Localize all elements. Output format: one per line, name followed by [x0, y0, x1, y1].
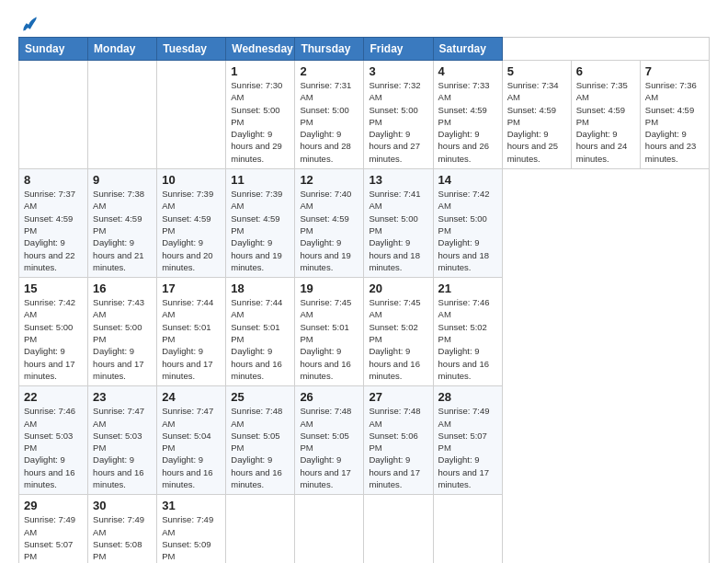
calendar-cell: 30Sunrise: 7:49 AMSunset: 5:08 PMDayligh… [88, 495, 157, 563]
calendar-cell: 22Sunrise: 7:46 AMSunset: 5:03 PMDayligh… [19, 386, 88, 495]
day-info: Sunrise: 7:48 AMSunset: 5:05 PMDaylight:… [300, 406, 351, 489]
calendar-table: SundayMondayTuesdayWednesdayThursdayFrid… [18, 37, 710, 563]
day-number: 10 [162, 173, 221, 187]
day-info: Sunrise: 7:49 AMSunset: 5:07 PMDaylight:… [438, 406, 490, 489]
day-info: Sunrise: 7:38 AMSunset: 4:59 PMDaylight:… [93, 189, 144, 272]
day-info: Sunrise: 7:32 AMSunset: 5:00 PMDaylight:… [369, 80, 420, 164]
calendar-header-tuesday: Tuesday [157, 38, 226, 61]
calendar-cell [88, 61, 157, 169]
calendar-cell: 8Sunrise: 7:37 AMSunset: 4:59 PMDaylight… [19, 169, 88, 278]
calendar-cell: 21Sunrise: 7:46 AMSunset: 5:02 PMDayligh… [433, 278, 502, 386]
calendar-header-row: SundayMondayTuesdayWednesdayThursdayFrid… [19, 38, 710, 61]
calendar-cell [433, 495, 502, 563]
day-number: 2 [300, 64, 358, 78]
day-number: 16 [93, 282, 152, 295]
calendar-cell: 10Sunrise: 7:39 AMSunset: 4:59 PMDayligh… [157, 169, 226, 278]
day-number: 27 [369, 390, 427, 404]
calendar-cell: 6Sunrise: 7:35 AMSunset: 4:59 PMDaylight… [571, 61, 640, 169]
day-info: Sunrise: 7:44 AMSunset: 5:01 PMDaylight:… [162, 297, 213, 381]
day-info: Sunrise: 7:49 AMSunset: 5:08 PMDaylight:… [93, 514, 144, 563]
calendar-cell: 20Sunrise: 7:45 AMSunset: 5:02 PMDayligh… [364, 278, 433, 386]
day-number: 29 [24, 499, 83, 512]
calendar-cell: 13Sunrise: 7:41 AMSunset: 5:00 PMDayligh… [364, 169, 433, 278]
calendar-header-monday: Monday [88, 38, 157, 61]
calendar-cell: 7Sunrise: 7:36 AMSunset: 4:59 PMDaylight… [640, 61, 709, 169]
calendar-header-wednesday: Wednesday [226, 38, 295, 61]
calendar-cell: 16Sunrise: 7:43 AMSunset: 5:00 PMDayligh… [88, 278, 157, 386]
calendar-header-friday: Friday [364, 38, 433, 61]
day-info: Sunrise: 7:42 AMSunset: 5:00 PMDaylight:… [24, 297, 75, 381]
logo [18, 15, 39, 33]
day-info: Sunrise: 7:46 AMSunset: 5:02 PMDaylight:… [438, 297, 490, 381]
day-number: 30 [93, 499, 152, 512]
calendar-week-row: 8Sunrise: 7:37 AMSunset: 4:59 PMDaylight… [19, 169, 710, 278]
day-number: 21 [438, 282, 497, 295]
day-info: Sunrise: 7:42 AMSunset: 5:00 PMDaylight:… [438, 189, 490, 272]
day-info: Sunrise: 7:40 AMSunset: 4:59 PMDaylight:… [300, 189, 351, 272]
day-info: Sunrise: 7:48 AMSunset: 5:06 PMDaylight:… [369, 406, 420, 489]
day-number: 3 [369, 64, 427, 78]
calendar-cell [295, 495, 364, 563]
calendar-cell: 26Sunrise: 7:48 AMSunset: 5:05 PMDayligh… [295, 386, 364, 495]
day-info: Sunrise: 7:30 AMSunset: 5:00 PMDaylight:… [231, 80, 282, 164]
day-info: Sunrise: 7:45 AMSunset: 5:01 PMDaylight:… [300, 297, 351, 381]
calendar-week-row: 1Sunrise: 7:30 AMSunset: 5:00 PMDaylight… [19, 61, 710, 169]
calendar-cell: 28Sunrise: 7:49 AMSunset: 5:07 PMDayligh… [433, 386, 502, 495]
day-number: 28 [438, 390, 497, 404]
calendar-cell: 9Sunrise: 7:38 AMSunset: 4:59 PMDaylight… [88, 169, 157, 278]
day-number: 24 [162, 390, 221, 404]
calendar-cell [226, 495, 295, 563]
calendar-cell [157, 61, 226, 169]
day-number: 18 [231, 282, 290, 295]
calendar-cell: 3Sunrise: 7:32 AMSunset: 5:00 PMDaylight… [364, 61, 433, 169]
calendar-cell [19, 61, 88, 169]
day-number: 9 [93, 173, 152, 187]
calendar-cell: 18Sunrise: 7:44 AMSunset: 5:01 PMDayligh… [226, 278, 295, 386]
day-number: 7 [645, 64, 704, 78]
calendar-cell: 2Sunrise: 7:31 AMSunset: 5:00 PMDaylight… [295, 61, 364, 169]
calendar-week-row: 22Sunrise: 7:46 AMSunset: 5:03 PMDayligh… [19, 386, 710, 495]
day-number: 19 [300, 282, 358, 295]
day-number: 20 [369, 282, 427, 295]
calendar-cell: 23Sunrise: 7:47 AMSunset: 5:03 PMDayligh… [88, 386, 157, 495]
day-info: Sunrise: 7:33 AMSunset: 4:59 PMDaylight:… [438, 80, 490, 164]
day-number: 4 [438, 64, 497, 78]
day-number: 26 [300, 390, 358, 404]
day-info: Sunrise: 7:49 AMSunset: 5:07 PMDaylight:… [24, 514, 75, 563]
day-number: 11 [231, 173, 290, 187]
calendar-cell: 4Sunrise: 7:33 AMSunset: 4:59 PMDaylight… [433, 61, 502, 169]
calendar-cell: 11Sunrise: 7:39 AMSunset: 4:59 PMDayligh… [226, 169, 295, 278]
day-number: 22 [24, 390, 83, 404]
calendar-cell [364, 495, 433, 563]
day-info: Sunrise: 7:37 AMSunset: 4:59 PMDaylight:… [24, 189, 75, 272]
day-info: Sunrise: 7:45 AMSunset: 5:02 PMDaylight:… [369, 297, 420, 381]
calendar-header-saturday: Saturday [433, 38, 502, 61]
day-number: 31 [162, 499, 221, 512]
calendar-cell: 12Sunrise: 7:40 AMSunset: 4:59 PMDayligh… [295, 169, 364, 278]
day-number: 25 [231, 390, 290, 404]
day-number: 13 [369, 173, 427, 187]
calendar-header-sunday: Sunday [19, 38, 88, 61]
day-number: 1 [231, 64, 290, 78]
calendar-cell: 31Sunrise: 7:49 AMSunset: 5:09 PMDayligh… [157, 495, 226, 563]
logo-bird-icon [20, 15, 39, 33]
calendar-week-row: 29Sunrise: 7:49 AMSunset: 5:07 PMDayligh… [19, 495, 710, 563]
day-info: Sunrise: 7:48 AMSunset: 5:05 PMDaylight:… [231, 406, 282, 489]
day-info: Sunrise: 7:36 AMSunset: 4:59 PMDaylight:… [645, 80, 697, 164]
day-number: 12 [300, 173, 358, 187]
day-info: Sunrise: 7:49 AMSunset: 5:09 PMDaylight:… [162, 514, 213, 563]
calendar-week-row: 15Sunrise: 7:42 AMSunset: 5:00 PMDayligh… [19, 278, 710, 386]
day-info: Sunrise: 7:46 AMSunset: 5:03 PMDaylight:… [24, 406, 75, 489]
calendar-cell: 25Sunrise: 7:48 AMSunset: 5:05 PMDayligh… [226, 386, 295, 495]
day-info: Sunrise: 7:35 AMSunset: 4:59 PMDaylight:… [576, 80, 628, 164]
day-number: 15 [24, 282, 83, 295]
day-number: 5 [507, 64, 566, 78]
day-info: Sunrise: 7:43 AMSunset: 5:00 PMDaylight:… [93, 297, 144, 381]
day-number: 6 [576, 64, 635, 78]
calendar-cell: 5Sunrise: 7:34 AMSunset: 4:59 PMDaylight… [502, 61, 571, 169]
calendar-header-thursday: Thursday [295, 38, 364, 61]
calendar-cell: 24Sunrise: 7:47 AMSunset: 5:04 PMDayligh… [157, 386, 226, 495]
day-info: Sunrise: 7:39 AMSunset: 4:59 PMDaylight:… [162, 189, 213, 272]
calendar-cell: 17Sunrise: 7:44 AMSunset: 5:01 PMDayligh… [157, 278, 226, 386]
header [18, 15, 710, 33]
